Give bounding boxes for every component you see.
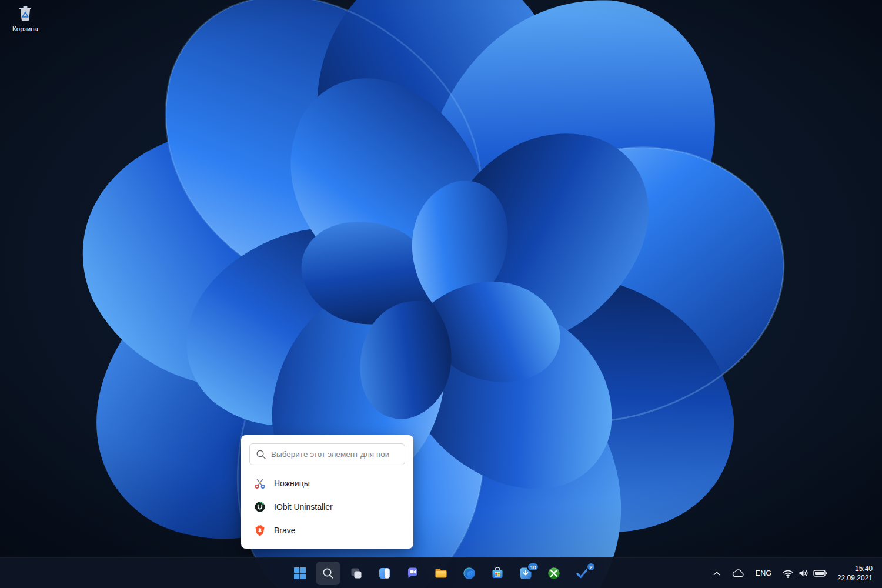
- taskbar-system-check-button[interactable]: 2: [570, 562, 594, 585]
- brave-icon: [254, 524, 266, 536]
- taskbar-edge-button[interactable]: [457, 562, 481, 585]
- wifi-icon: [782, 568, 794, 579]
- clock-date: 22.09.2021: [837, 573, 873, 583]
- volume-icon: [798, 568, 809, 579]
- updater-badge: 10: [527, 562, 539, 572]
- search-input[interactable]: [271, 450, 399, 459]
- search-result-snipping-tool[interactable]: Ножницы: [249, 472, 405, 495]
- file-explorer-icon: [434, 566, 448, 580]
- chat-icon: [406, 566, 420, 580]
- taskbar-start-button[interactable]: [288, 562, 312, 585]
- search-results: Ножницы IObit Uninstaller Brave: [249, 472, 405, 542]
- battery-icon: [813, 569, 827, 577]
- recycle-bin-label: Корзина: [12, 25, 38, 32]
- system-tray: ENG 15:40 22.09.2021: [707, 558, 882, 588]
- system-check-badge: 2: [586, 562, 596, 572]
- tray-chevron-button[interactable]: [707, 562, 726, 585]
- taskbar-center-icons: 10 2: [288, 562, 594, 585]
- search-result-iobit-uninstaller[interactable]: IObit Uninstaller: [249, 495, 405, 519]
- taskbar-search-button[interactable]: [316, 562, 340, 585]
- wallpaper-bloom: [0, 0, 882, 588]
- recycle-bin[interactable]: Корзина: [5, 4, 46, 32]
- task-view-icon: [350, 567, 363, 580]
- iobit-uninstaller-icon: [254, 501, 266, 513]
- clock[interactable]: 15:40 22.09.2021: [832, 564, 875, 583]
- taskbar-search-icon: [322, 567, 335, 580]
- clock-time: 15:40: [837, 564, 873, 573]
- chevron-up-icon: [712, 569, 721, 578]
- xbox-icon: [547, 566, 561, 580]
- microsoft-store-icon: [490, 566, 505, 580]
- snipping-tool-icon: [254, 477, 266, 489]
- search-result-label: IObit Uninstaller: [274, 502, 333, 512]
- taskbar-task-view-button[interactable]: [345, 562, 368, 585]
- onedrive-button[interactable]: [726, 562, 750, 585]
- search-flyout: Ножницы IObit Uninstaller Brave: [241, 435, 413, 549]
- taskbar-xbox-button[interactable]: [542, 562, 566, 585]
- taskbar-chat-button[interactable]: [401, 562, 425, 585]
- taskbar-widgets-button[interactable]: [373, 562, 396, 585]
- search-result-brave[interactable]: Brave: [249, 519, 405, 542]
- cloud-icon: [731, 568, 745, 579]
- recycle-bin-icon: [15, 4, 35, 24]
- search-icon: [256, 449, 266, 460]
- edge-icon: [462, 566, 476, 580]
- language-indicator[interactable]: ENG: [750, 562, 777, 585]
- windows-start-icon: [293, 567, 306, 580]
- taskbar-store-button[interactable]: [486, 562, 509, 585]
- search-box[interactable]: [249, 443, 405, 465]
- quick-settings-button[interactable]: [777, 562, 832, 585]
- search-result-label: Ножницы: [274, 479, 310, 488]
- widgets-icon: [378, 567, 391, 580]
- search-result-label: Brave: [274, 526, 296, 535]
- taskbar-updater-button[interactable]: 10: [514, 562, 537, 585]
- taskbar: 10 2: [0, 557, 882, 588]
- taskbar-file-explorer-button[interactable]: [429, 562, 453, 585]
